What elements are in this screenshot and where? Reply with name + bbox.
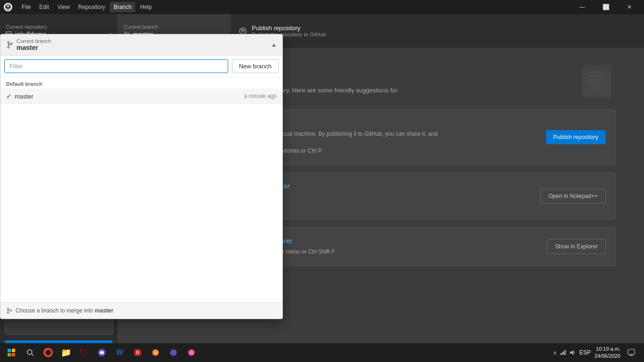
- svg-point-23: [8, 308, 9, 310]
- svg-point-4: [125, 32, 126, 33]
- svg-rect-14: [587, 75, 602, 77]
- maximize-button[interactable]: ⬜: [595, 0, 617, 14]
- branch-item-master[interactable]: ✓ master a minute ago: [0, 89, 282, 104]
- svg-point-31: [27, 350, 32, 354]
- menu-bar: File Edit View Repository Branch Help: [18, 2, 156, 12]
- publish-repository-button[interactable]: Publish repository Publish this reposito…: [231, 14, 644, 48]
- taskbar-clock: 10:19 a.m. 24/06/2020: [594, 346, 620, 360]
- taskbar-word[interactable]: W: [111, 344, 128, 361]
- illustration: [578, 62, 616, 102]
- svg-rect-15: [587, 79, 604, 81]
- publish-repo-card-button[interactable]: Publish repository: [546, 130, 606, 144]
- branch-dropdown-header: Current branch master ▲: [0, 34, 282, 56]
- svg-rect-29: [8, 353, 11, 356]
- merge-icon: [6, 307, 13, 314]
- branch-collapse-button[interactable]: ▲: [271, 41, 277, 48]
- branch-dropdown-icon: [6, 41, 14, 49]
- svg-text:R: R: [136, 350, 139, 355]
- start-button[interactable]: [2, 344, 21, 361]
- notification-icon: 18: [627, 349, 635, 356]
- menu-branch[interactable]: Branch: [110, 2, 135, 12]
- publish-label: Publish repository: [252, 25, 326, 32]
- branch-dropdown-name: master: [17, 44, 268, 51]
- menu-file[interactable]: File: [18, 2, 34, 12]
- show-explorer-button[interactable]: Show in Explorer: [547, 239, 606, 254]
- svg-point-37: [154, 351, 157, 354]
- branch-section-label: Default branch: [0, 77, 282, 89]
- branch-dropdown: Current branch master ▲ New branch Defau…: [0, 34, 283, 319]
- titlebar-controls: — ⬜ ✕: [571, 0, 640, 14]
- taskbar-search[interactable]: [22, 344, 39, 361]
- svg-point-40: [190, 351, 193, 354]
- windows-logo: [7, 348, 16, 357]
- svg-rect-30: [12, 353, 15, 356]
- taskbar-files[interactable]: 📁: [58, 344, 74, 361]
- language-indicator: ESP: [579, 349, 591, 356]
- taskbar-github[interactable]: [93, 344, 110, 361]
- new-branch-button[interactable]: New branch: [232, 59, 279, 73]
- taskbar-firefox[interactable]: [147, 344, 164, 361]
- svg-point-38: [170, 349, 177, 356]
- svg-marker-44: [570, 350, 573, 355]
- branch-dropdown-footer[interactable]: Choose a branch to merge into master: [0, 302, 282, 319]
- branch-footer-text: Choose a branch to merge into master: [16, 307, 113, 314]
- current-branch-label: Current branch: [124, 24, 225, 30]
- open-editor-button[interactable]: Open in Notepad++: [540, 189, 606, 204]
- taskbar-right: ∧ ESP 10:19 a.m. 24/06/2020 18: [553, 344, 642, 361]
- taskbar-app2[interactable]: [183, 344, 200, 361]
- svg-rect-17: [583, 65, 611, 70]
- tray-expand[interactable]: ∧: [553, 350, 557, 356]
- menu-view[interactable]: View: [54, 2, 74, 12]
- svg-point-20: [8, 46, 9, 48]
- menu-help[interactable]: Help: [136, 2, 156, 12]
- titlebar-left: File Edit View Repository Branch Help: [4, 2, 156, 12]
- svg-rect-41: [561, 353, 562, 355]
- branch-filter-input[interactable]: [4, 59, 228, 73]
- svg-rect-42: [562, 352, 564, 355]
- system-tray: ∧: [553, 349, 576, 356]
- taskbar-antivirus[interactable]: 🛡: [75, 344, 92, 361]
- branch-search-row: New branch: [0, 56, 282, 77]
- branch-header-info: Current branch master: [17, 38, 268, 51]
- current-repo-label: Current repository: [6, 24, 112, 30]
- svg-rect-16: [587, 83, 599, 84]
- github-desktop-icon: [98, 348, 106, 357]
- menu-edit[interactable]: Edit: [35, 2, 53, 12]
- search-icon: [26, 348, 34, 357]
- branch-check-icon: ✓: [6, 92, 15, 100]
- svg-rect-27: [8, 349, 11, 352]
- taskbar: ⭕ 📁 🛡 W R ∧: [0, 343, 644, 362]
- titlebar: File Edit View Repository Branch Help — …: [0, 0, 644, 14]
- svg-point-1: [7, 5, 9, 7]
- minimize-button[interactable]: —: [571, 0, 593, 14]
- svg-point-25: [10, 310, 12, 312]
- svg-rect-28: [12, 349, 15, 352]
- taskbar-cortana[interactable]: ⭕: [40, 344, 57, 361]
- svg-text:18: 18: [634, 349, 635, 352]
- app-logo: [4, 3, 12, 11]
- svg-point-19: [8, 41, 9, 43]
- svg-rect-13: [587, 72, 606, 73]
- svg-rect-43: [564, 350, 566, 355]
- notification-center[interactable]: 18: [624, 344, 638, 361]
- volume-icon: [569, 349, 576, 356]
- menu-repository[interactable]: Repository: [74, 2, 109, 12]
- svg-point-24: [8, 312, 9, 313]
- branch-list-empty: [0, 104, 282, 302]
- taskbar-app1[interactable]: R: [129, 344, 146, 361]
- network-icon: [560, 349, 566, 356]
- close-button[interactable]: ✕: [619, 0, 640, 14]
- branch-dropdown-label: Current branch: [17, 38, 268, 44]
- branch-item-time: a minute ago: [244, 93, 277, 99]
- svg-line-32: [32, 354, 33, 356]
- taskbar-browser[interactable]: [165, 344, 182, 361]
- branch-item-name: master: [15, 93, 244, 100]
